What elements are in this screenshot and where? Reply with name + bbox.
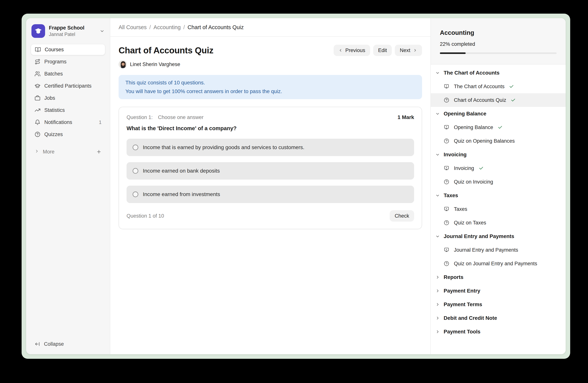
sidebar-item-label: Programs bbox=[44, 59, 66, 65]
outline-item-opening-balance[interactable]: Opening Balance bbox=[431, 120, 566, 134]
outline-section-title: Debit and Credit Note bbox=[444, 315, 497, 321]
banner-line: You will have to get 100% correct answer… bbox=[126, 87, 415, 96]
next-button[interactable]: Next bbox=[395, 45, 422, 56]
outline-section-opening-balance[interactable]: Opening Balance bbox=[431, 107, 566, 120]
outline-item-label: Invoicing bbox=[454, 165, 474, 171]
more-label: More bbox=[43, 149, 55, 155]
outline-section-reports[interactable]: Reports bbox=[431, 270, 566, 284]
sidebar-item-batches[interactable]: Batches bbox=[31, 68, 105, 79]
author-row: Linet Sherin Varghese bbox=[119, 60, 422, 69]
outline-section-payment-entry[interactable]: Payment Entry bbox=[431, 284, 566, 298]
outline-item-label: The Chart of Accounts bbox=[454, 84, 504, 90]
previous-button[interactable]: Previous bbox=[334, 45, 370, 56]
check-label: Check bbox=[395, 213, 409, 219]
sidebar-item-notifications[interactable]: Notifications1 bbox=[31, 116, 105, 128]
sidebar-item-certified-participants[interactable]: Certified Participants bbox=[31, 80, 105, 92]
quiz-icon bbox=[444, 97, 449, 103]
lesson-icon bbox=[444, 125, 449, 130]
breadcrumb-current: Chart of Accounts Quiz bbox=[188, 24, 244, 30]
workspace-name: Frappe School bbox=[49, 25, 96, 31]
outline-item-journal-entry-and-payments[interactable]: Journal Entry and Payments bbox=[431, 243, 566, 257]
app-logo-icon bbox=[31, 24, 45, 38]
breadcrumb-link[interactable]: All Courses bbox=[119, 24, 147, 30]
radio-icon[interactable] bbox=[133, 145, 138, 150]
route-icon bbox=[35, 59, 41, 65]
answer-option-3[interactable]: Income earned from investments bbox=[126, 186, 414, 203]
banner-line: This quiz consists of 10 questions. bbox=[126, 78, 415, 87]
quiz-info-banner: This quiz consists of 10 questions. You … bbox=[119, 75, 422, 99]
chevron-right-icon bbox=[435, 275, 440, 280]
check-icon bbox=[511, 98, 516, 103]
question-label: Question 1: bbox=[126, 115, 153, 120]
radio-icon[interactable] bbox=[133, 168, 138, 174]
outline-section-title: Journal Entry and Payments bbox=[444, 233, 514, 239]
workspace-meta: Frappe School Jannat Patel bbox=[49, 25, 96, 38]
outline-section-the-chart-of-accounts[interactable]: The Chart of Accounts bbox=[431, 66, 566, 80]
trending-up-icon bbox=[35, 107, 41, 113]
outline-item-label: Quiz on Journal Entry and Payments bbox=[454, 261, 537, 267]
check-icon bbox=[509, 84, 514, 89]
outline-section-invoicing[interactable]: Invoicing bbox=[431, 148, 566, 161]
question-instruction: Choose one answer bbox=[158, 115, 203, 120]
outline-item-invoicing[interactable]: Invoicing bbox=[431, 161, 566, 175]
outline-section-title: The Chart of Accounts bbox=[444, 70, 500, 76]
app-frame: Frappe School Jannat Patel Courses Progr… bbox=[21, 14, 570, 359]
outline-section-title: Invoicing bbox=[444, 152, 467, 158]
answer-option-2[interactable]: Income earned on bank deposits bbox=[126, 162, 414, 180]
left-sidebar: Frappe School Jannat Patel Courses Progr… bbox=[26, 18, 110, 354]
outline-section-payment-terms[interactable]: Payment Terms bbox=[431, 298, 566, 311]
check-icon bbox=[498, 125, 503, 130]
outline-section-debit-and-credit-note[interactable]: Debit and Credit Note bbox=[431, 311, 566, 325]
chevron-right-icon bbox=[413, 48, 417, 52]
outline-section-title: Reports bbox=[444, 274, 463, 280]
sidebar-item-label: Notifications bbox=[44, 119, 72, 125]
outline-progress-fill bbox=[440, 52, 466, 54]
collapse-sidebar-button[interactable]: Collapse bbox=[31, 338, 105, 350]
breadcrumb-separator: / bbox=[149, 24, 151, 30]
screen: Frappe School Jannat Patel Courses Progr… bbox=[0, 0, 588, 383]
radio-icon[interactable] bbox=[133, 192, 138, 197]
quiz-icon bbox=[444, 220, 449, 226]
outline-item-quiz-on-invoicing[interactable]: Quiz on Invoicing bbox=[431, 175, 566, 189]
quiz-icon bbox=[444, 179, 449, 185]
outline-item-label: Opening Balance bbox=[454, 125, 493, 130]
sidebar-item-quizzes[interactable]: Quizzes bbox=[31, 129, 105, 140]
outline-item-the-chart-of-accounts[interactable]: The Chart of Accounts bbox=[431, 80, 566, 93]
chevron-right-icon bbox=[435, 329, 440, 334]
help-circle-icon bbox=[35, 131, 41, 137]
outline-item-quiz-on-journal-entry-and-payments[interactable]: Quiz on Journal Entry and Payments bbox=[431, 257, 566, 270]
outline-item-taxes[interactable]: Taxes bbox=[431, 202, 566, 216]
edit-button[interactable]: Edit bbox=[373, 45, 392, 56]
outline-item-label: Taxes bbox=[454, 206, 467, 212]
outline-item-chart-of-accounts-quiz[interactable]: Chart of Accounts Quiz bbox=[431, 93, 566, 107]
plus-icon[interactable] bbox=[96, 149, 102, 154]
breadcrumb-link[interactable]: Accounting bbox=[153, 24, 181, 30]
app-window: Frappe School Jannat Patel Courses Progr… bbox=[26, 18, 566, 354]
sidebar-item-statistics[interactable]: Statistics bbox=[31, 104, 105, 116]
question-card: Question 1: Choose one answer 1 Mark Wha… bbox=[119, 107, 422, 229]
sidebar-item-jobs[interactable]: Jobs bbox=[31, 92, 105, 104]
check-button[interactable]: Check bbox=[390, 210, 414, 222]
sidebar-item-label: Batches bbox=[44, 71, 63, 77]
sidebar-item-courses[interactable]: Courses bbox=[31, 44, 105, 55]
outline-section-journal-entry-and-payments[interactable]: Journal Entry and Payments bbox=[431, 230, 566, 243]
outline-section-title: Opening Balance bbox=[444, 111, 486, 117]
outline-item-quiz-on-taxes[interactable]: Quiz on Taxes bbox=[431, 216, 566, 230]
briefcase-icon bbox=[35, 95, 41, 101]
sidebar-more-button[interactable]: More bbox=[31, 146, 105, 157]
quiz-icon bbox=[444, 261, 449, 267]
answer-option-1[interactable]: Income that is earned by providing goods… bbox=[126, 139, 414, 156]
lesson-icon bbox=[444, 206, 449, 212]
workspace-switcher[interactable]: Frappe School Jannat Patel bbox=[31, 23, 105, 38]
outline-item-quiz-on-opening-balances[interactable]: Quiz on Opening Balances bbox=[431, 134, 566, 148]
page-title: Chart of Accounts Quiz bbox=[119, 45, 213, 56]
sidebar-item-label: Quizzes bbox=[44, 132, 63, 137]
sidebar-item-programs[interactable]: Programs bbox=[31, 56, 105, 67]
workspace-user: Jannat Patel bbox=[49, 31, 96, 37]
book-open-icon bbox=[35, 47, 41, 53]
outline-section-taxes[interactable]: Taxes bbox=[431, 189, 566, 202]
outline-section-title: Payment Tools bbox=[444, 329, 480, 335]
previous-label: Previous bbox=[345, 47, 365, 53]
breadcrumb: All Courses /Accounting /Chart of Accoun… bbox=[110, 18, 430, 37]
outline-section-payment-tools[interactable]: Payment Tools bbox=[431, 325, 566, 339]
